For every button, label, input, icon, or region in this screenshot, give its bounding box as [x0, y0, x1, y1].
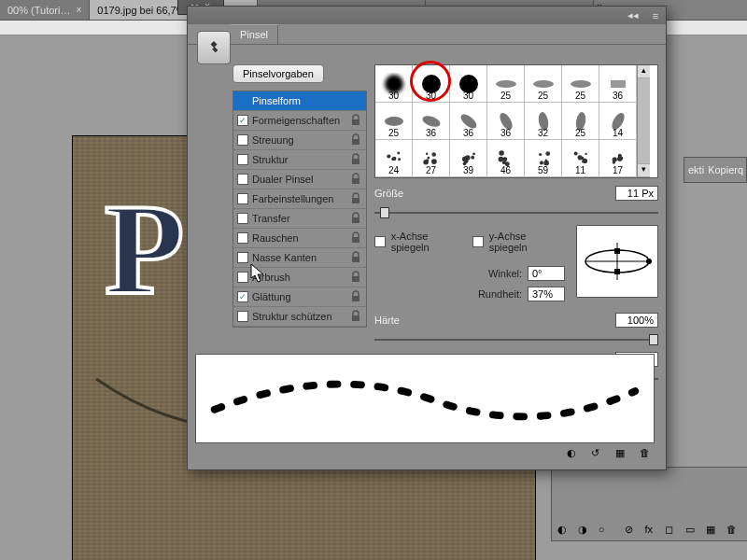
brush-option-row[interactable]: Dualer Pinsel: [233, 170, 366, 189]
brush-tip-cell[interactable]: 32: [525, 103, 562, 140]
brush-tip-cell[interactable]: 39: [450, 140, 487, 177]
folder-icon[interactable]: ▭: [685, 524, 700, 537]
brush-tip-cell[interactable]: 36: [599, 65, 637, 103]
lock-icon[interactable]: [350, 271, 362, 284]
option-checkbox[interactable]: [237, 134, 248, 146]
brush-tip-cell[interactable]: 17: [599, 140, 637, 177]
panel-menu-icon[interactable]: ≡: [645, 10, 666, 21]
roundness-value[interactable]: 37%: [528, 287, 565, 301]
flip-x-checkbox[interactable]: [374, 236, 386, 247]
brush-panel: ◂◂ ≡ Pinsel Pinselvorgaben Pinselform✓Fo…: [187, 6, 667, 470]
option-checkbox[interactable]: [237, 232, 248, 244]
svg-rect-4: [352, 198, 359, 203]
lock-icon[interactable]: [350, 114, 362, 127]
mask-icon[interactable]: ◻: [665, 524, 680, 537]
brush-tip-cell[interactable]: 46: [487, 140, 525, 177]
panel-titlebar[interactable]: ◂◂ ≡: [188, 7, 666, 24]
scroll-up-icon[interactable]: ▴: [638, 65, 650, 78]
brush-tip-cell[interactable]: 36: [413, 103, 450, 140]
brush-option-row[interactable]: Rauschen: [233, 229, 366, 248]
lock-icon[interactable]: [350, 290, 362, 303]
new-icon[interactable]: ▦: [706, 524, 721, 537]
brush-tip-cell[interactable]: 25: [562, 65, 599, 103]
lock-icon[interactable]: [350, 212, 362, 225]
option-checkbox[interactable]: [237, 272, 248, 283]
option-checkbox[interactable]: [237, 193, 248, 204]
lock-icon[interactable]: [350, 192, 362, 205]
option-checkbox[interactable]: [237, 154, 248, 165]
lock-icon[interactable]: [350, 310, 362, 323]
lock-icon[interactable]: [350, 133, 362, 147]
link-icon[interactable]: ⊘: [625, 524, 640, 537]
reset-icon[interactable]: ↺: [591, 447, 606, 462]
close-icon[interactable]: ×: [76, 5, 81, 15]
svg-point-37: [471, 155, 474, 159]
svg-point-42: [463, 159, 468, 163]
trash-icon[interactable]: 🗑: [640, 447, 655, 462]
brush-tip-cell[interactable]: 59: [525, 140, 562, 177]
option-checkbox[interactable]: ✓: [237, 115, 248, 126]
brush-tip-size: 30: [463, 91, 473, 101]
option-checkbox[interactable]: [237, 174, 248, 185]
svg-point-36: [431, 159, 437, 164]
layer-icon[interactable]: ○: [599, 524, 613, 537]
lock-icon[interactable]: [350, 173, 362, 186]
brush-option-row[interactable]: Streuung: [233, 131, 366, 150]
fx-icon[interactable]: fx: [645, 524, 660, 537]
scroll-down-icon[interactable]: ▾: [638, 164, 650, 177]
option-label: Pinselform: [252, 95, 301, 106]
brush-tip-size: 30: [426, 91, 436, 101]
hardness-slider[interactable]: [374, 333, 658, 346]
svg-rect-17: [611, 80, 626, 88]
trash-icon[interactable]: 🗑: [726, 524, 741, 537]
brush-tip-cell[interactable]: 30: [450, 65, 487, 103]
layer-icon[interactable]: ◑: [578, 524, 593, 537]
brush-grid-scrollbar[interactable]: ▴▾: [637, 65, 650, 177]
brush-option-row[interactable]: Transfer: [233, 209, 366, 229]
brush-tip-cell[interactable]: 27: [413, 140, 450, 177]
brush-tip-cell[interactable]: 30: [413, 65, 450, 103]
brush-tip-cell[interactable]: 25: [562, 103, 599, 140]
brush-tip-cell[interactable]: 25: [375, 103, 413, 140]
side-panel-collapsed[interactable]: ekti Kopierq ▸▸: [684, 157, 747, 183]
option-checkbox[interactable]: ✓: [237, 291, 248, 302]
brush-tip-cell[interactable]: 30: [375, 65, 413, 103]
document-tab[interactable]: 00% (Tutori…×: [0, 0, 90, 20]
brush-option-row[interactable]: Struktur schützen: [233, 307, 366, 327]
brush-option-row[interactable]: ✓Formeigenschaften: [233, 111, 366, 131]
brush-tip-cell[interactable]: 25: [525, 65, 562, 103]
brush-tip-cell[interactable]: 36: [450, 103, 487, 140]
brush-presets-button[interactable]: Pinselvorgaben: [233, 64, 324, 83]
angle-value[interactable]: 0°: [528, 266, 565, 281]
brush-tip-cell[interactable]: 36: [487, 103, 525, 140]
layer-icon[interactable]: ◐: [557, 524, 572, 537]
brush-option-row[interactable]: Airbrush: [233, 268, 366, 287]
panel-tab-brush[interactable]: Pinsel: [231, 24, 278, 44]
new-preset-icon[interactable]: ▦: [615, 447, 630, 462]
lock-icon[interactable]: [350, 251, 362, 264]
angle-roundness-widget[interactable]: [576, 225, 658, 298]
letter-shape: P: [105, 174, 185, 324]
option-checkbox[interactable]: [237, 252, 248, 263]
size-slider[interactable]: [374, 206, 658, 219]
flip-y-checkbox[interactable]: [472, 236, 484, 247]
brush-tip-cell[interactable]: 25: [487, 65, 525, 103]
brush-option-row[interactable]: Struktur: [233, 150, 366, 170]
option-checkbox[interactable]: [237, 213, 248, 224]
brush-tip-cell[interactable]: 11: [562, 140, 599, 177]
collapse-arrows-icon[interactable]: ◂◂: [621, 9, 645, 21]
size-value[interactable]: 11 Px: [615, 186, 658, 201]
brush-tip-cell[interactable]: 24: [375, 140, 413, 177]
brush-option-row[interactable]: Farbeinstellungen: [233, 189, 366, 209]
lock-icon[interactable]: [350, 153, 362, 166]
brush-option-row[interactable]: ✓Glättung: [233, 287, 366, 307]
toggle-preview-icon[interactable]: ◐: [567, 447, 582, 462]
hardness-value[interactable]: 100%: [615, 313, 658, 328]
lock-icon[interactable]: [350, 231, 362, 245]
brush-tip-size: 25: [575, 91, 585, 101]
brush-option-row[interactable]: Nasse Kanten: [233, 248, 366, 268]
angle-label: Winkel:: [488, 268, 522, 279]
option-checkbox[interactable]: [237, 311, 248, 322]
brush-option-row[interactable]: Pinselform: [233, 91, 366, 111]
brush-tip-cell[interactable]: 14: [599, 103, 637, 140]
